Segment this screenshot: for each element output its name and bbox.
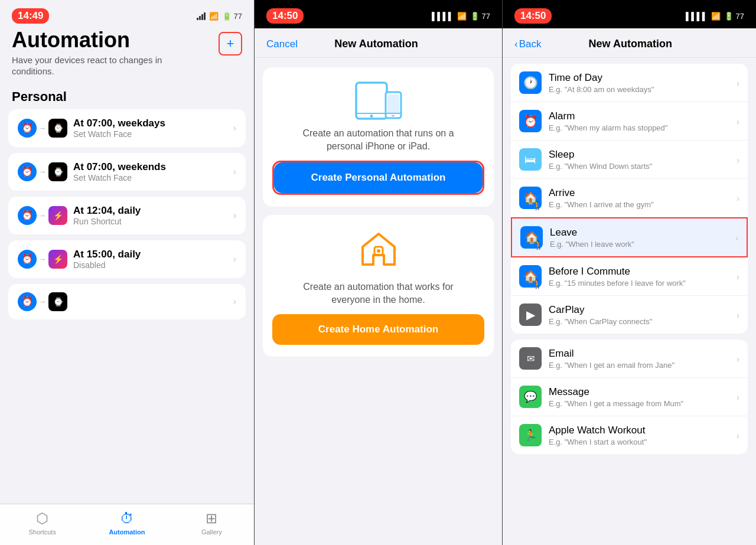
trigger-group-comms: ✉ Email E.g. "When I get an email from J… [511, 340, 748, 454]
trigger-name-commute: Before I Commute [549, 266, 737, 278]
tab-shortcuts[interactable]: ⬡ Shortcuts [22, 510, 63, 536]
svg-point-8 [377, 249, 380, 253]
status-icons-panel3: ▌▌▌▌ 📶 🔋 77 [686, 12, 744, 21]
automation-list: ⏰ → ⌚ At 07:00, weekdays Set Watch Face … [0, 109, 254, 545]
chevron-carplay: › [737, 310, 739, 320]
trigger-name-message: Message [549, 386, 737, 398]
auto-title-3: At 12:04, daily [73, 205, 141, 217]
automation-item-4[interactable]: ⏰ → ⚡ At 15:00, daily Disabled › [8, 240, 246, 278]
trigger-name-leave: Leave [550, 227, 735, 239]
shortcuts-icon-4: ⚡ [48, 250, 67, 269]
automation-tab-icon: ⏱ [120, 510, 134, 527]
signal-icon-p3: ▌▌▌▌ [686, 12, 708, 21]
trigger-name-carplay: CarPlay [549, 304, 737, 316]
create-personal-automation-button[interactable]: Create Personal Automation [274, 162, 483, 193]
trigger-name-arrive: Arrive [549, 187, 737, 199]
status-bar-panel1: 14:49 📶 🔋 77 [0, 0, 254, 28]
wifi-icon-p3: 📶 [711, 12, 721, 21]
svg-rect-6 [392, 115, 395, 116]
svg-rect-4 [387, 94, 399, 114]
cancel-button[interactable]: Cancel [266, 38, 298, 50]
battery-icon: 🔋 77 [222, 12, 242, 21]
back-label: Back [519, 38, 542, 50]
automation-item-2[interactable]: ⏰ → ⌚ At 07:00, weekends Set Watch Face … [8, 153, 246, 191]
back-button[interactable]: ‹ Back [514, 38, 541, 50]
sleep-trigger-icon: 🛏 [519, 148, 542, 171]
panel-trigger-selection: 14:50 ▌▌▌▌ 📶 🔋 77 ‹ Back New Automation … [502, 0, 756, 545]
nav-title-panel3: New Automation [546, 38, 715, 50]
shortcuts-icon-3: ⚡ [48, 206, 67, 225]
chevron-left-icon: ‹ [514, 38, 518, 50]
trigger-commute[interactable]: 🏠 🚶 Before I Commute E.g. "15 minutes be… [511, 257, 748, 296]
create-personal-btn-wrapper: Create Personal Automation [272, 161, 484, 195]
chevron-icon-2: › [233, 167, 236, 177]
trigger-carplay[interactable]: ▶ CarPlay E.g. "When CarPlay connects" › [511, 296, 748, 334]
trigger-desc-workout: E.g. "When I start a workout" [549, 438, 737, 446]
auto-title-2: At 07:00, weekends [73, 161, 166, 173]
clock-icon-5: ⏰ [18, 292, 37, 311]
home-icon [358, 229, 399, 273]
chevron-sleep: › [737, 155, 739, 165]
watch-icon-1: ⌚ [48, 119, 67, 138]
add-automation-button[interactable]: + [219, 32, 242, 56]
personal-devices-icon [355, 81, 402, 120]
auto-sub-1: Set Watch Face [73, 129, 165, 139]
signal-icon [197, 12, 206, 20]
clock-icon-4: ⏰ [18, 250, 37, 269]
tab-automation[interactable]: ⏱ Automation [106, 510, 148, 536]
walk-icon-arrive: 🚶 [532, 201, 542, 210]
walk-icon-commute: 🚶 [532, 279, 542, 289]
clock-icon-1: ⏰ [18, 119, 37, 138]
chevron-workout: › [737, 430, 739, 440]
tab-shortcuts-label: Shortcuts [28, 528, 56, 536]
nav-bar-panel2: Cancel New Automation [255, 28, 502, 58]
trigger-apple-watch-workout[interactable]: 🏃 Apple Watch Workout E.g. "When I start… [511, 416, 748, 454]
trigger-desc-sleep: E.g. "When Wind Down starts" [549, 162, 737, 171]
personal-automation-card: Create an automation that runs on a pers… [263, 67, 494, 207]
tab-bar: ⬡ Shortcuts ⏱ Automation ⊞ Gallery [0, 504, 254, 545]
trigger-list: 🕐 Time of Day E.g. "At 8:00 am on weekda… [503, 58, 756, 545]
trigger-desc-arrive: E.g. "When I arrive at the gym" [549, 200, 737, 209]
trigger-sleep[interactable]: 🛏 Sleep E.g. "When Wind Down starts" › [511, 141, 748, 179]
trigger-desc-alarm: E.g. "When my alarm has stopped" [549, 123, 737, 132]
trigger-alarm[interactable]: ⏰ Alarm E.g. "When my alarm has stopped"… [511, 102, 748, 141]
trigger-desc-carplay: E.g. "When CarPlay connects" [549, 317, 737, 326]
home-automation-card: Create an automation that works for ever… [263, 215, 494, 357]
chevron-email: › [737, 354, 739, 364]
automation-item-3[interactable]: ⏰ → ⚡ At 12:04, daily Run Shortcut › [8, 197, 246, 234]
chevron-icon-5: › [233, 296, 236, 307]
title-area: Automation Have your devices react to ch… [12, 28, 177, 77]
arrow-icon-3: → [39, 211, 46, 220]
walk-icon-leave: 🚶 [533, 240, 543, 250]
trigger-leave[interactable]: 🏠 🚶 Leave E.g. "When I leave work" › [511, 217, 748, 257]
tab-gallery[interactable]: ⊞ Gallery [191, 510, 232, 536]
clock-icon-3: ⏰ [18, 206, 37, 225]
trigger-desc-commute: E.g. "15 minutes before I leave for work… [549, 279, 737, 288]
signal-icon-p2: ▌▌▌▌ [432, 12, 454, 21]
new-automation-content: Create an automation that runs on a pers… [255, 58, 502, 545]
wifi-icon: 📶 [209, 12, 219, 21]
automation-item-1[interactable]: ⏰ → ⌚ At 07:00, weekdays Set Watch Face … [8, 109, 246, 147]
status-bar-panel2: 14:50 ▌▌▌▌ 📶 🔋 77 [255, 0, 502, 28]
trigger-group-main: 🕐 Time of Day E.g. "At 8:00 am on weekda… [511, 64, 748, 334]
status-time-panel3: 14:50 [514, 8, 552, 24]
trigger-desc-email: E.g. "When I get an email from Jane" [549, 361, 737, 370]
section-personal-label: Personal [0, 83, 254, 109]
email-trigger-icon: ✉ [519, 347, 542, 370]
trigger-arrive[interactable]: 🏠 🚶 Arrive E.g. "When I arrive at the gy… [511, 179, 748, 217]
trigger-time-of-day[interactable]: 🕐 Time of Day E.g. "At 8:00 am on weekda… [511, 64, 748, 102]
trigger-message[interactable]: 💬 Message E.g. "When I get a message fro… [511, 378, 748, 416]
svg-point-2 [370, 115, 373, 118]
wifi-icon-p2: 📶 [457, 12, 467, 21]
page-subtitle: Have your devices react to changes in co… [12, 54, 177, 77]
battery-icon-p3: 🔋 77 [724, 12, 744, 21]
message-trigger-icon: 💬 [519, 386, 542, 408]
automation-item-5[interactable]: ⏰ → ⌚ › [8, 284, 246, 319]
create-home-automation-button[interactable]: Create Home Automation [272, 314, 484, 345]
trigger-name-alarm: Alarm [549, 110, 737, 122]
shortcuts-tab-icon: ⬡ [36, 510, 48, 527]
trigger-email[interactable]: ✉ Email E.g. "When I get an email from J… [511, 340, 748, 378]
panel-automation-list: 14:49 📶 🔋 77 Automation Have your device… [0, 0, 254, 545]
panel1-header: Automation Have your devices react to ch… [0, 28, 254, 83]
trigger-name-sleep: Sleep [549, 149, 737, 161]
